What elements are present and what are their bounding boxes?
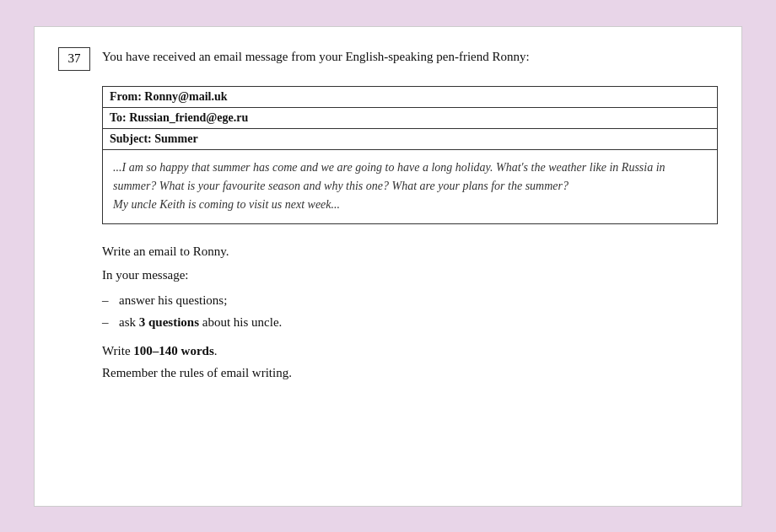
email-subject-field: Subject: Summer bbox=[103, 128, 718, 149]
bullet-1-text: answer his questions; bbox=[119, 293, 227, 307]
email-subject-row: Subject: Summer bbox=[103, 128, 718, 149]
email-table: From: Ronny@mail.uk To: Russian_friend@e… bbox=[102, 86, 718, 224]
word-count-line: Write 100–140 words. bbox=[102, 341, 718, 361]
bullet-item-2: ask 3 questions about his uncle. bbox=[102, 312, 718, 332]
subject-value: Summer bbox=[154, 132, 197, 145]
to-label: To: bbox=[110, 111, 127, 124]
exam-card: 37 You have received an email message fr… bbox=[34, 26, 742, 507]
instruction-line2: In your message: bbox=[102, 265, 718, 285]
instruction-line1: Write an email to Ronny. bbox=[102, 241, 718, 261]
from-value: Ronny@mail.uk bbox=[144, 90, 227, 103]
bullet-list: answer his questions; ask 3 questions ab… bbox=[102, 290, 718, 332]
question-number: 37 bbox=[58, 47, 90, 71]
question-intro: You have received an email message from … bbox=[102, 47, 530, 67]
bullet-2-bold: 3 questions bbox=[139, 315, 199, 329]
subject-label: Subject: bbox=[110, 132, 152, 145]
bullet-item-1: answer his questions; bbox=[102, 290, 718, 310]
question-header: 37 You have received an email message fr… bbox=[58, 47, 718, 71]
email-to-field: To: Russian_friend@ege.ru bbox=[103, 107, 718, 128]
reminder-line: Remember the rules of email writing. bbox=[102, 363, 718, 383]
from-label: From: bbox=[110, 90, 142, 103]
instructions-section: Write an email to Ronny. In your message… bbox=[102, 241, 718, 383]
final-note: Write 100–140 words. Remember the rules … bbox=[102, 341, 718, 383]
email-from-row: From: Ronny@mail.uk bbox=[103, 86, 718, 107]
email-from-field: From: Ronny@mail.uk bbox=[103, 86, 718, 107]
to-value: Russian_friend@ege.ru bbox=[129, 111, 248, 124]
email-to-row: To: Russian_friend@ege.ru bbox=[103, 107, 718, 128]
email-body: ...I am so happy that summer has come an… bbox=[103, 149, 718, 223]
email-body-row: ...I am so happy that summer has come an… bbox=[103, 149, 718, 223]
word-count-bold: 100–140 words bbox=[133, 344, 213, 357]
